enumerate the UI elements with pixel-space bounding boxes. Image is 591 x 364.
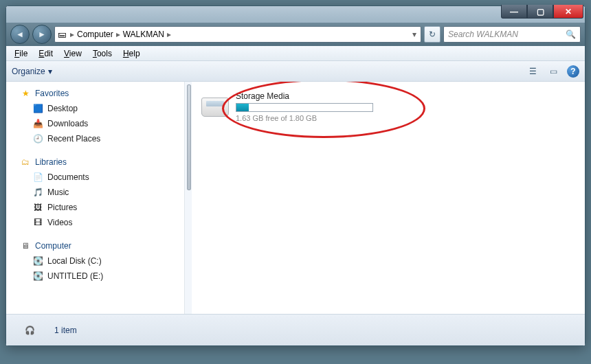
menu-view[interactable]: View <box>58 47 87 60</box>
splitter-handle[interactable] <box>185 82 192 314</box>
chevron-icon: ▸ <box>164 30 174 39</box>
desktop-icon: 🟦 <box>32 103 43 114</box>
sidebar-item-downloads[interactable]: 📥 Downloads <box>6 116 184 131</box>
back-button[interactable]: ◄ <box>10 25 30 44</box>
sidebar-item-label: Documents <box>47 172 89 182</box>
status-bar: 🎧 1 item <box>6 314 585 345</box>
menu-tools[interactable]: Tools <box>87 47 118 60</box>
drive-free-text: 1.63 GB free of 1.80 GB <box>236 114 408 122</box>
content-pane[interactable]: Storage Media 1.63 GB free of 1.80 GB <box>192 82 585 314</box>
chevron-icon: ▸ <box>113 30 123 39</box>
videos-icon: 🎞 <box>32 217 43 228</box>
sidebar-item-recent-places[interactable]: 🕘 Recent Places <box>6 131 184 146</box>
favorites-label: Favorites <box>35 89 69 98</box>
sidebar-item-music[interactable]: 🎵 Music <box>6 185 184 200</box>
libraries-label: Libraries <box>35 157 67 167</box>
sidebar-item-untitled-e[interactable]: 💽 UNTITLED (E:) <box>6 269 184 284</box>
recent-icon: 🕘 <box>32 133 43 144</box>
documents-icon: 📄 <box>32 172 43 183</box>
address-bar: ◄ ► 🖴 ▸ Computer ▸ WALKMAN ▸ ▾ ↻ Search … <box>6 23 585 46</box>
preview-pane-button[interactable]: ▭ <box>546 65 560 78</box>
explorer-window: — ▢ ✕ ◄ ► 🖴 ▸ Computer ▸ WALKMAN ▸ ▾ ↻ S… <box>5 5 586 346</box>
drive-icon <box>201 98 229 117</box>
star-icon: ★ <box>20 88 31 99</box>
pictures-icon: 🖼 <box>32 202 43 213</box>
computer-header[interactable]: 🖥 Computer <box>6 238 184 253</box>
chevron-icon: ▸ <box>67 30 77 39</box>
toolbar-right: ☰ ▭ ? <box>526 65 579 78</box>
sidebar-item-label: Desktop <box>47 104 78 113</box>
titlebar: — ▢ ✕ <box>6 6 585 23</box>
libraries-icon: 🗂 <box>20 157 31 168</box>
sidebar-item-label: UNTITLED (E:) <box>47 271 103 281</box>
sidebar-item-label: Recent Places <box>47 134 100 144</box>
breadcrumb-seg-computer[interactable]: Computer <box>77 30 113 39</box>
disk-icon: 💽 <box>32 271 43 282</box>
maximize-button[interactable]: ▢ <box>527 5 553 19</box>
breadcrumb-seg-walkman[interactable]: WALKMAN <box>123 30 164 39</box>
caret-down-icon: ▾ <box>48 67 52 76</box>
downloads-icon: 📥 <box>32 118 43 129</box>
search-input[interactable]: Search WALKMAN 🔍 <box>443 26 581 43</box>
menu-help[interactable]: Help <box>118 47 146 60</box>
group-favorites: ★ Favorites 🟦 Desktop 📥 Downloads 🕘 Rece… <box>6 86 184 146</box>
menu-edit[interactable]: Edit <box>33 47 58 60</box>
window-controls: — ▢ ✕ <box>501 5 583 23</box>
sidebar-item-desktop[interactable]: 🟦 Desktop <box>6 101 184 116</box>
status-device-icon: 🎧 <box>13 318 46 343</box>
drive-capacity-used <box>236 104 249 111</box>
group-computer: 🖥 Computer 💽 Local Disk (C:) 💽 UNTITLED … <box>6 238 184 284</box>
sidebar-item-label: Pictures <box>47 203 77 212</box>
sidebar-item-documents[interactable]: 📄 Documents <box>6 170 184 185</box>
organize-label: Organize <box>12 67 45 76</box>
sidebar-item-label: Music <box>47 187 69 197</box>
toolbar: Organize ▾ ☰ ▭ ? <box>6 61 585 82</box>
status-text: 1 item <box>54 326 77 335</box>
computer-label: Computer <box>35 241 71 251</box>
device-icon: 🖴 <box>56 29 67 40</box>
forward-button[interactable]: ► <box>32 25 52 44</box>
menu-file[interactable]: File <box>9 47 33 60</box>
sidebar-item-label: Downloads <box>47 119 88 128</box>
body: ★ Favorites 🟦 Desktop 📥 Downloads 🕘 Rece… <box>6 82 585 314</box>
sidebar-item-local-disk-c[interactable]: 💽 Local Disk (C:) <box>6 253 184 269</box>
drive-capacity-bar <box>236 103 373 112</box>
organize-button[interactable]: Organize ▾ <box>12 67 52 76</box>
minimize-button[interactable]: — <box>501 5 527 19</box>
search-icon: 🔍 <box>566 30 576 39</box>
group-libraries: 🗂 Libraries 📄 Documents 🎵 Music 🖼 Pictur… <box>6 155 184 230</box>
close-button[interactable]: ✕ <box>553 5 583 19</box>
help-button[interactable]: ? <box>567 65 579 78</box>
breadcrumb-dropdown-icon[interactable]: ▾ <box>412 30 421 39</box>
drive-info: Storage Media 1.63 GB free of 1.80 GB <box>236 91 408 122</box>
music-icon: 🎵 <box>32 187 43 198</box>
libraries-header[interactable]: 🗂 Libraries <box>6 155 184 170</box>
view-mode-button[interactable]: ☰ <box>526 65 539 78</box>
computer-icon: 🖥 <box>20 240 31 251</box>
drive-item-storage-media[interactable]: Storage Media 1.63 GB free of 1.80 GB <box>201 91 408 122</box>
sidebar-item-label: Local Disk (C:) <box>47 256 102 266</box>
nav-pane: ★ Favorites 🟦 Desktop 📥 Downloads 🕘 Rece… <box>6 82 185 314</box>
disk-icon: 💽 <box>32 255 43 266</box>
sidebar-item-pictures[interactable]: 🖼 Pictures <box>6 200 184 215</box>
search-placeholder: Search WALKMAN <box>448 30 518 39</box>
sidebar-item-videos[interactable]: 🎞 Videos <box>6 215 184 230</box>
sidebar-item-label: Videos <box>47 218 72 227</box>
favorites-header[interactable]: ★ Favorites <box>6 86 184 101</box>
refresh-button[interactable]: ↻ <box>424 26 441 43</box>
breadcrumb[interactable]: 🖴 ▸ Computer ▸ WALKMAN ▸ ▾ <box>54 26 421 43</box>
menu-bar: File Edit View Tools Help <box>6 46 585 61</box>
drive-name: Storage Media <box>236 91 408 101</box>
